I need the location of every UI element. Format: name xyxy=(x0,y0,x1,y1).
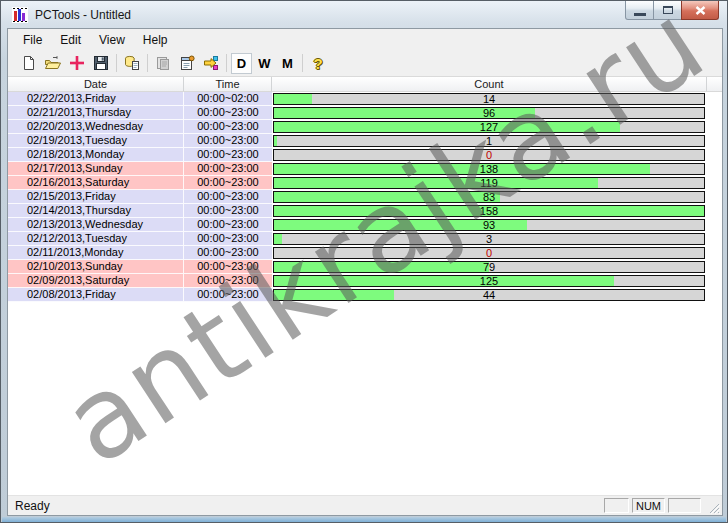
toolbar-separator xyxy=(302,54,303,72)
cell-date: 02/21/2013,Thursday xyxy=(8,106,184,120)
count-bar: 1 xyxy=(273,135,705,147)
count-bar: 125 xyxy=(273,275,705,287)
cell-count: 125 xyxy=(272,274,707,288)
table-header: Date Time Count xyxy=(8,77,722,92)
count-value: 125 xyxy=(274,276,704,287)
new-document-icon xyxy=(21,55,37,71)
menu-help[interactable]: Help xyxy=(134,31,177,49)
status-panels: NUM xyxy=(604,498,701,513)
title-bar[interactable]: PCTools - Untitled xyxy=(1,1,727,28)
export-data-icon xyxy=(124,55,140,71)
cell-count: 119 xyxy=(272,176,707,190)
add-button[interactable] xyxy=(65,52,89,74)
properties-button[interactable] xyxy=(175,52,199,74)
cell-date: 02/22/2013,Friday xyxy=(8,92,184,106)
cell-date: 02/20/2013,Wednesday xyxy=(8,120,184,134)
count-bar: 93 xyxy=(273,219,705,231)
count-bar: 158 xyxy=(273,205,705,217)
status-panel-scrl xyxy=(668,498,701,513)
table-row[interactable]: 02/21/2013,Thursday 00:00~23:00 96 xyxy=(8,106,722,120)
view-month-button[interactable]: M xyxy=(277,53,298,74)
cell-count: 83 xyxy=(272,190,707,204)
table-row[interactable]: 02/11/2013,Monday 00:00~23:00 0 xyxy=(8,246,722,260)
column-header-date[interactable]: Date xyxy=(8,77,184,91)
cell-time: 00:00~23:00 xyxy=(184,232,272,246)
maximize-icon xyxy=(663,6,673,14)
count-bar: 44 xyxy=(273,289,705,301)
cell-count: 96 xyxy=(272,106,707,120)
menu-view[interactable]: View xyxy=(90,31,134,49)
window-title: PCTools - Untitled xyxy=(35,8,131,22)
cell-time: 00:00~23:00 xyxy=(184,288,272,302)
view-day-button[interactable]: D xyxy=(231,53,252,74)
cell-date: 02/17/2013,Sunday xyxy=(8,162,184,176)
window-controls xyxy=(625,1,719,20)
close-button[interactable] xyxy=(681,1,719,20)
cell-date: 02/10/2013,Sunday xyxy=(8,260,184,274)
toolbar-separator xyxy=(116,54,117,72)
new-button[interactable] xyxy=(17,52,41,74)
cell-time: 00:00~23:00 xyxy=(184,134,272,148)
table-row[interactable]: 02/22/2013,Friday 00:00~02:00 14 xyxy=(8,92,722,106)
cell-time: 00:00~23:00 xyxy=(184,106,272,120)
cell-time: 00:00~23:00 xyxy=(184,204,272,218)
count-value: 83 xyxy=(274,192,704,203)
table-row[interactable]: 02/19/2013,Tuesday 00:00~23:00 1 xyxy=(8,134,722,148)
column-header-time[interactable]: Time xyxy=(184,77,272,91)
minimize-icon xyxy=(634,13,646,16)
help-button[interactable]: ? xyxy=(306,52,330,74)
count-value: 14 xyxy=(274,94,704,105)
count-bar: 79 xyxy=(273,261,705,273)
cell-date: 02/18/2013,Monday xyxy=(8,148,184,162)
copy-button-disabled[interactable] xyxy=(151,52,175,74)
count-value: 93 xyxy=(274,220,704,231)
send-report-button[interactable] xyxy=(199,52,223,74)
table-row[interactable]: 02/17/2013,Sunday 00:00~23:00 138 xyxy=(8,162,722,176)
maximize-button[interactable] xyxy=(654,1,681,20)
table-row[interactable]: 02/12/2013,Tuesday 00:00~23:00 3 xyxy=(8,232,722,246)
count-value: 44 xyxy=(274,290,704,301)
menu-edit[interactable]: Edit xyxy=(51,31,90,49)
cell-time: 00:00~23:00 xyxy=(184,148,272,162)
table-row[interactable]: 02/10/2013,Sunday 00:00~23:00 79 xyxy=(8,260,722,274)
table-row[interactable]: 02/18/2013,Monday 00:00~23:00 0 xyxy=(8,148,722,162)
toolbar: D W M ? xyxy=(8,50,722,77)
cell-count: 0 xyxy=(272,148,707,162)
minimize-button[interactable] xyxy=(625,1,654,20)
count-bar: 96 xyxy=(273,107,705,119)
send-report-icon xyxy=(203,55,219,71)
help-icon: ? xyxy=(313,55,322,72)
count-bar: 119 xyxy=(273,177,705,189)
view-week-button[interactable]: W xyxy=(254,53,275,74)
status-bar: Ready NUM xyxy=(8,495,722,515)
cell-date: 02/13/2013,Wednesday xyxy=(8,218,184,232)
table-row[interactable]: 02/20/2013,Wednesday 00:00~23:00 127 xyxy=(8,120,722,134)
menu-bar: File Edit View Help xyxy=(8,29,722,50)
count-bar: 14 xyxy=(273,93,705,105)
table-row[interactable]: 02/08/2013,Friday 00:00~23:00 44 xyxy=(8,288,722,302)
count-value: 127 xyxy=(274,122,704,133)
cell-count: 79 xyxy=(272,260,707,274)
count-value: 158 xyxy=(274,206,704,217)
column-header-count[interactable]: Count xyxy=(272,77,707,91)
export-data-button[interactable] xyxy=(120,52,144,74)
count-value: 79 xyxy=(274,262,704,273)
cell-count: 93 xyxy=(272,218,707,232)
count-bar: 127 xyxy=(273,121,705,133)
report-table: Date Time Count 02/22/2013,Friday 00:00~… xyxy=(8,77,722,495)
table-row[interactable]: 02/15/2013,Friday 00:00~23:00 83 xyxy=(8,190,722,204)
resize-grip[interactable] xyxy=(707,501,720,514)
save-button[interactable] xyxy=(89,52,113,74)
column-header-filler xyxy=(707,77,722,91)
table-row[interactable]: 02/14/2013,Thursday 00:00~23:00 158 xyxy=(8,204,722,218)
count-bar: 0 xyxy=(273,149,705,161)
app-icon xyxy=(12,7,28,23)
table-row[interactable]: 02/16/2013,Saturday 00:00~23:00 119 xyxy=(8,176,722,190)
cell-date: 02/19/2013,Tuesday xyxy=(8,134,184,148)
cell-count: 158 xyxy=(272,204,707,218)
menu-file[interactable]: File xyxy=(14,31,51,49)
table-row[interactable]: 02/09/2013,Saturday 00:00~23:00 125 xyxy=(8,274,722,288)
table-row[interactable]: 02/13/2013,Wednesday 00:00~23:00 93 xyxy=(8,218,722,232)
count-value: 1 xyxy=(274,136,704,147)
open-button[interactable] xyxy=(41,52,65,74)
